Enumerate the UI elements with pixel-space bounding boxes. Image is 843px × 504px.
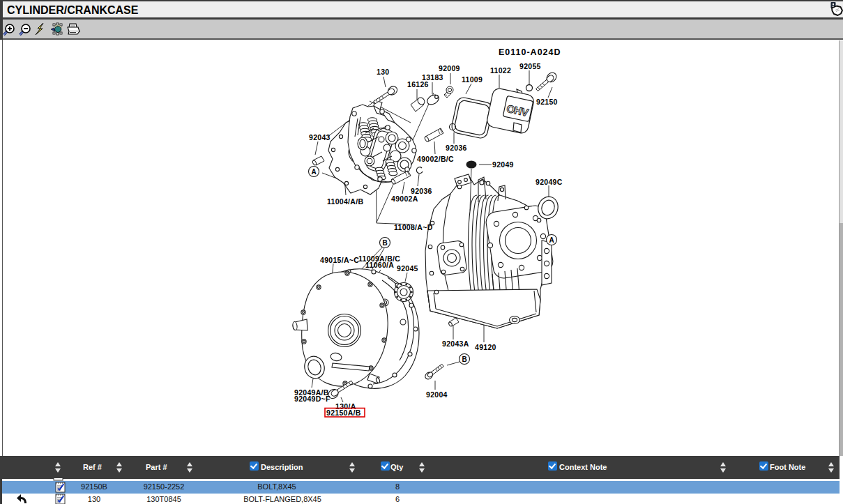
svg-text:11022: 11022 bbox=[490, 66, 511, 75]
svg-text:92043A: 92043A bbox=[442, 339, 469, 348]
svg-text:E0110-A024D: E0110-A024D bbox=[499, 47, 561, 57]
svg-text:49002A: 49002A bbox=[391, 194, 418, 203]
svg-text:92049D~F: 92049D~F bbox=[294, 395, 331, 403]
svg-text:13183: 13183 bbox=[422, 73, 443, 82]
svg-text:130: 130 bbox=[377, 68, 389, 76]
svg-text:92045: 92045 bbox=[397, 264, 418, 273]
svg-text:49015/A~C: 49015/A~C bbox=[320, 256, 359, 264]
svg-text:11009: 11009 bbox=[462, 75, 483, 84]
svg-text:11004/A/B: 11004/A/B bbox=[327, 197, 363, 206]
svg-text:92150A/B: 92150A/B bbox=[326, 408, 361, 417]
svg-text:11008/A~D: 11008/A~D bbox=[394, 223, 433, 231]
svg-text:92055: 92055 bbox=[519, 62, 541, 70]
svg-text:92049C: 92049C bbox=[536, 178, 563, 186]
svg-text:11060/A: 11060/A bbox=[365, 261, 394, 269]
svg-text:49002/B/C: 49002/B/C bbox=[417, 155, 454, 163]
svg-text:92043: 92043 bbox=[309, 133, 331, 142]
svg-text:92036: 92036 bbox=[446, 144, 467, 152]
svg-text:A: A bbox=[311, 168, 316, 176]
svg-text:92004: 92004 bbox=[426, 390, 448, 399]
svg-text:49120: 49120 bbox=[475, 343, 496, 351]
svg-text:B: B bbox=[462, 356, 466, 363]
svg-text:92150: 92150 bbox=[536, 98, 558, 106]
svg-text:B: B bbox=[382, 239, 387, 247]
svg-text:A: A bbox=[549, 236, 554, 244]
svg-text:92049: 92049 bbox=[492, 160, 514, 169]
svg-text:92009: 92009 bbox=[439, 64, 460, 72]
